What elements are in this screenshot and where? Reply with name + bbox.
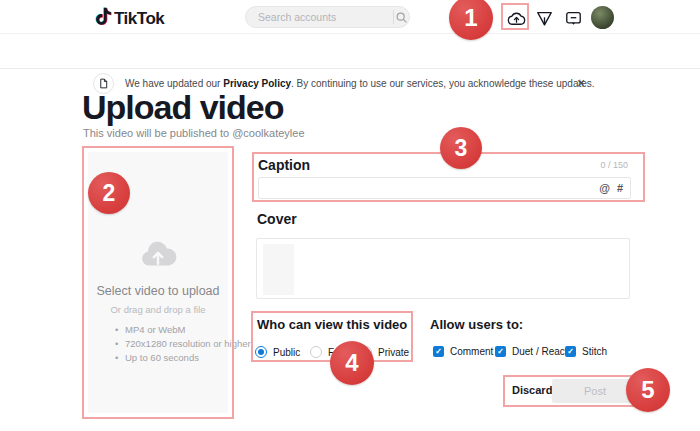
- search-input[interactable]: [246, 11, 393, 23]
- cloud-upload-icon: [138, 238, 178, 272]
- hashtag-icon[interactable]: #: [617, 182, 630, 194]
- checkbox-label: Duet / React: [512, 346, 568, 357]
- radio-option-friends[interactable]: Friends: [310, 346, 361, 358]
- post-button[interactable]: Post: [552, 379, 638, 403]
- privacy-policy-banner: We have updated our Privacy Policy. By c…: [0, 35, 700, 69]
- search-bar: [245, 6, 410, 28]
- radio-label: Private: [378, 347, 409, 358]
- page-title: Upload video: [82, 88, 283, 127]
- radio-icon[interactable]: [360, 346, 372, 358]
- inbox-icon[interactable]: [562, 7, 584, 29]
- radio-label: Friends: [328, 347, 361, 358]
- checkbox-checked-icon[interactable]: ✓: [433, 346, 444, 357]
- radio-option-public[interactable]: Public: [255, 346, 300, 358]
- avatar[interactable]: [591, 6, 614, 29]
- caption-field: @ #: [258, 177, 631, 199]
- cover-label: Cover: [257, 211, 297, 227]
- checkbox-checked-icon[interactable]: ✓: [495, 346, 506, 357]
- tiktok-logo[interactable]: TikTok: [95, 7, 164, 30]
- cover-selector[interactable]: [256, 238, 630, 299]
- allow-section-label: Allow users to:: [430, 317, 523, 332]
- requirement-item: Up to 60 seconds: [115, 352, 251, 363]
- share-icon[interactable]: [533, 7, 555, 29]
- dropzone-requirements: MP4 or WebM 720x1280 resolution or highe…: [115, 324, 251, 366]
- caption-input[interactable]: [259, 182, 592, 194]
- radio-option-private[interactable]: Private: [360, 346, 409, 358]
- cover-thumbnail-placeholder[interactable]: [263, 244, 294, 295]
- tiktok-logo-text: TikTok: [114, 9, 164, 29]
- checkbox-label: Stitch: [582, 346, 607, 357]
- checkbox-option-comment[interactable]: ✓ Comment: [433, 346, 493, 357]
- radio-icon[interactable]: [310, 346, 322, 358]
- page-subtitle: This video will be published to @coolkat…: [83, 127, 305, 139]
- radio-selected-icon[interactable]: [255, 346, 267, 358]
- requirement-item: 720x1280 resolution or higher: [115, 338, 251, 349]
- video-dropzone[interactable]: Select video to upload Or drag and drop …: [88, 152, 228, 413]
- tiktok-note-icon: [95, 7, 112, 30]
- banner-text-suffix: . By continuing to use our services, you…: [291, 78, 595, 89]
- dropzone-title: Select video to upload: [88, 284, 228, 298]
- checkbox-option-duet-react[interactable]: ✓ Duet / React: [495, 346, 568, 357]
- caption-label: Caption: [258, 157, 310, 173]
- top-navbar: TikTok: [0, 0, 700, 34]
- checkbox-label: Comment: [450, 346, 493, 357]
- tiktok-upload-page: TikTok: [0, 0, 700, 431]
- search-icon[interactable]: [394, 7, 409, 27]
- upload-cloud-icon[interactable]: [505, 7, 527, 29]
- discard-button[interactable]: Discard: [512, 384, 552, 396]
- privacy-section-label: Who can view this video: [257, 317, 407, 332]
- caption-counter: 0 / 150: [540, 160, 628, 170]
- dropzone-subtitle: Or drag and drop a file: [88, 304, 228, 315]
- checkbox-option-stitch[interactable]: ✓ Stitch: [565, 346, 607, 357]
- checkbox-checked-icon[interactable]: ✓: [565, 346, 576, 357]
- radio-label: Public: [273, 347, 300, 358]
- close-icon[interactable]: ×: [577, 75, 585, 91]
- requirement-item: MP4 or WebM: [115, 324, 251, 335]
- annotation-circle-3: 3: [440, 127, 482, 169]
- mention-icon[interactable]: @: [592, 182, 617, 194]
